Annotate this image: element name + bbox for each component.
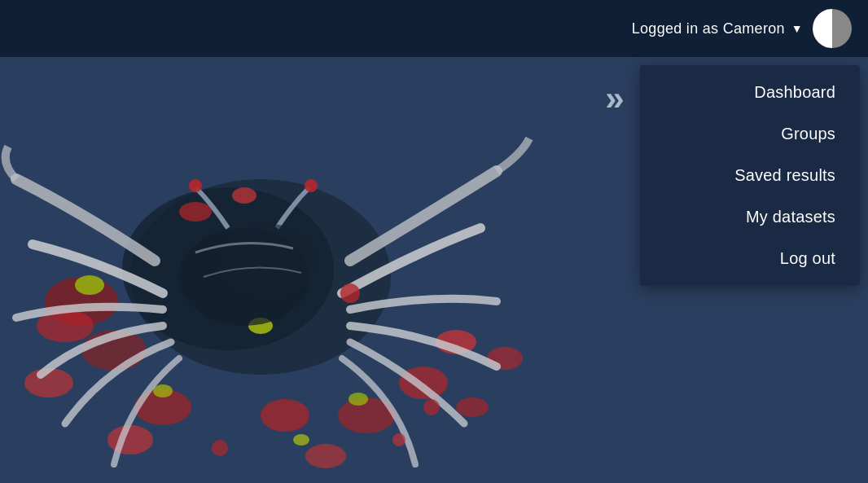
crab-visualization — [0, 65, 537, 483]
svg-point-22 — [349, 393, 368, 406]
svg-point-18 — [75, 275, 104, 295]
svg-point-21 — [293, 434, 309, 446]
dropdown-menu: Dashboard Groups Saved results My datase… — [640, 65, 860, 286]
menu-item-groups[interactable]: Groups — [640, 113, 860, 155]
svg-point-26 — [220, 224, 318, 297]
chevron-double-icon: » — [605, 81, 617, 116]
menu-item-logout[interactable]: Log out — [640, 238, 860, 279]
svg-point-10 — [305, 444, 346, 468]
svg-point-27 — [340, 283, 360, 303]
user-section: Logged in as Cameron ▼ — [632, 9, 852, 48]
svg-point-9 — [261, 399, 309, 432]
chevron-container: » — [583, 65, 640, 277]
menu-item-dashboard[interactable]: Dashboard — [640, 72, 860, 113]
svg-point-29 — [392, 433, 406, 446]
avatar[interactable] — [813, 9, 852, 48]
svg-point-30 — [212, 440, 228, 456]
svg-point-20 — [153, 384, 173, 397]
user-menu-button[interactable]: Logged in as Cameron ▼ — [632, 20, 803, 37]
menu-item-my-datasets[interactable]: My datasets — [640, 196, 860, 238]
header: Logged in as Cameron ▼ — [0, 0, 868, 57]
menu-item-saved-results[interactable]: Saved results — [640, 155, 860, 196]
svg-point-24 — [305, 179, 318, 192]
svg-point-23 — [189, 179, 202, 192]
svg-point-16 — [179, 202, 212, 222]
dropdown-arrow-icon: ▼ — [791, 22, 803, 35]
svg-point-17 — [232, 187, 256, 204]
svg-point-14 — [456, 397, 489, 417]
svg-point-8 — [107, 425, 153, 454]
svg-point-28 — [423, 399, 440, 415]
logged-in-text: Logged in as Cameron — [632, 20, 785, 37]
